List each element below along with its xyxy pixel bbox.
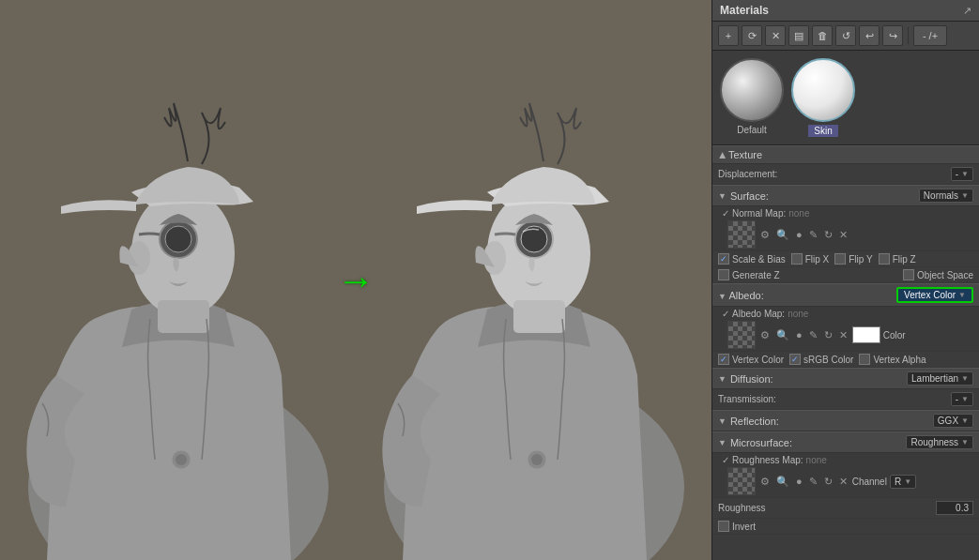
pencil-icon2[interactable]: ✎ bbox=[807, 328, 819, 342]
roughness-label: Roughness bbox=[718, 503, 766, 513]
vertex-color-check[interactable]: Vertex Color bbox=[718, 354, 784, 365]
transmission-label: Transmission: bbox=[718, 394, 776, 404]
flip-x-label: Flip X bbox=[805, 254, 830, 265]
microsurface-section-header[interactable]: ▼ Microsurface: Roughness ▼ bbox=[712, 431, 979, 453]
normals-dropdown[interactable]: Normals ▼ bbox=[919, 189, 973, 203]
albedo-section-header[interactable]: ▼ Albedo: Vertex Color ▼ bbox=[712, 283, 979, 307]
surface-label: Surface: bbox=[730, 190, 769, 202]
brush-icon[interactable]: ● bbox=[794, 228, 804, 241]
roughness-map-icons: ⚙ 🔍 ● ✎ ↻ ✕ Channel R ▼ bbox=[722, 467, 973, 495]
pencil-icon[interactable]: ✎ bbox=[807, 228, 819, 242]
svg-rect-3 bbox=[158, 300, 209, 333]
scale-bias-label: Scale & Bias bbox=[732, 254, 786, 265]
undo-button[interactable]: ↺ bbox=[835, 25, 856, 46]
invert-check[interactable]: Invert bbox=[718, 521, 756, 532]
scale-bias-check[interactable]: Scale & Bias bbox=[718, 253, 786, 265]
reflection-label: Reflection: bbox=[730, 416, 779, 427]
search-icon[interactable]: 🔍 bbox=[774, 228, 791, 242]
vertex-alpha-checkbox[interactable] bbox=[859, 354, 870, 365]
channel-dropdown[interactable]: R ▼ bbox=[890, 475, 916, 489]
brush-icon3[interactable]: ● bbox=[794, 475, 804, 488]
default-label: Default bbox=[737, 125, 767, 135]
channel-label: Channel bbox=[852, 477, 887, 487]
color-swatch[interactable] bbox=[852, 326, 880, 343]
flip-x-check[interactable]: Flip X bbox=[791, 253, 830, 265]
object-space-check[interactable]: Object Space bbox=[903, 269, 973, 280]
brush-icon2[interactable]: ● bbox=[794, 328, 804, 341]
delete-button[interactable]: 🗑 bbox=[812, 25, 833, 46]
albedo-map-row: ✓ Albedo Map: none ⚙ 🔍 ● ✎ ↻ ✕ Color bbox=[712, 307, 979, 352]
svg-point-8 bbox=[176, 454, 187, 465]
panel-scroll[interactable]: ▶ Texture Displacement: - ▼ ▼ Surface: N… bbox=[712, 145, 979, 560]
displacement-label: Displacement: bbox=[718, 169, 777, 179]
reflection-dropdown[interactable]: GGX ▼ bbox=[933, 414, 973, 428]
texture-section-header[interactable]: ▶ Texture bbox=[712, 145, 979, 164]
transmission-dropdown[interactable]: - ▼ bbox=[951, 392, 973, 406]
normal-map-thumb bbox=[727, 220, 756, 249]
search-icon2[interactable]: 🔍 bbox=[774, 328, 791, 342]
normal-map-check: ✓ bbox=[722, 208, 729, 219]
srgb-label: sRGB Color bbox=[803, 355, 853, 365]
invert-label: Invert bbox=[732, 522, 756, 532]
gear-icon[interactable]: ⚙ bbox=[758, 228, 772, 242]
reflection-triangle: ▼ bbox=[718, 416, 727, 426]
arrow-indicator: → bbox=[337, 262, 375, 299]
displacement-dropdown[interactable]: - ▼ bbox=[951, 167, 973, 181]
remove-icon2[interactable]: ✕ bbox=[837, 328, 849, 342]
object-space-label: Object Space bbox=[917, 270, 973, 280]
material-default[interactable]: Default bbox=[720, 58, 784, 137]
remove-icon[interactable]: ✕ bbox=[837, 228, 849, 242]
search-icon3[interactable]: 🔍 bbox=[774, 475, 791, 489]
roughness-input[interactable] bbox=[936, 501, 973, 515]
invert-row: Invert bbox=[712, 519, 979, 535]
vertex-alpha-check[interactable]: Vertex Alpha bbox=[859, 354, 925, 365]
material-skin[interactable]: Skin bbox=[791, 58, 855, 137]
generate-object-row: Generate Z Object Space bbox=[712, 267, 979, 283]
add-material-button[interactable]: + bbox=[718, 25, 739, 46]
reflection-section-header[interactable]: ▼ Reflection: GGX ▼ bbox=[712, 410, 979, 431]
generate-z-check[interactable]: Generate Z bbox=[718, 269, 780, 280]
invert-checkbox[interactable] bbox=[718, 521, 729, 532]
pencil-icon3[interactable]: ✎ bbox=[807, 475, 819, 489]
generate-z-checkbox[interactable] bbox=[718, 269, 729, 280]
vertex-alpha-label: Vertex Alpha bbox=[873, 355, 925, 365]
refresh-button[interactable]: ⟳ bbox=[742, 25, 762, 46]
svg-point-17 bbox=[531, 454, 543, 465]
back-button[interactable]: ↩ bbox=[859, 25, 880, 46]
flip-z-checkbox[interactable] bbox=[879, 253, 890, 265]
flip-z-label: Flip Z bbox=[893, 254, 916, 265]
roughness-map-row: ✓ Roughness Map: none ⚙ 🔍 ● ✎ ↻ ✕ Channe… bbox=[712, 453, 979, 498]
material-previews: Default Skin bbox=[712, 51, 979, 145]
srgb-color-check[interactable]: sRGB Color bbox=[789, 354, 853, 365]
flip-x-checkbox[interactable] bbox=[791, 253, 803, 265]
gear-icon2[interactable]: ⚙ bbox=[758, 328, 772, 342]
transmission-row: Transmission: - ▼ bbox=[712, 389, 979, 410]
scale-button[interactable]: - /+ bbox=[913, 25, 947, 46]
flip-y-check[interactable]: Flip Y bbox=[834, 253, 872, 265]
albedo-dropdown[interactable]: Vertex Color ▼ bbox=[896, 287, 973, 303]
diffusion-section-header[interactable]: ▼ Diffusion: Lambertian ▼ bbox=[712, 368, 979, 389]
roughness-map-check: ✓ bbox=[722, 455, 729, 465]
refresh-icon[interactable]: ↻ bbox=[822, 228, 834, 242]
srgb-color-checkbox[interactable] bbox=[789, 354, 801, 365]
remove-icon3[interactable]: ✕ bbox=[837, 475, 849, 489]
folder-button[interactable]: ▤ bbox=[788, 25, 809, 46]
flip-z-check[interactable]: Flip Z bbox=[879, 253, 916, 265]
gear-icon3[interactable]: ⚙ bbox=[758, 475, 772, 489]
roughness-value-row: Roughness bbox=[712, 498, 979, 519]
scale-bias-checkbox[interactable] bbox=[718, 253, 729, 265]
skin-label: Skin bbox=[808, 125, 837, 137]
expand-icon[interactable]: ↗ bbox=[963, 5, 971, 17]
refresh-icon3[interactable]: ↻ bbox=[822, 475, 834, 489]
refresh-icon2[interactable]: ↻ bbox=[822, 328, 834, 342]
roughness-map-thumb bbox=[727, 467, 756, 495]
cross-button[interactable]: ✕ bbox=[765, 25, 786, 46]
object-space-checkbox[interactable] bbox=[903, 269, 914, 280]
forward-button[interactable]: ↪ bbox=[882, 25, 903, 46]
vertex-color-checkbox[interactable] bbox=[718, 354, 729, 365]
surface-section-header[interactable]: ▼ Surface: Normals ▼ bbox=[712, 185, 979, 206]
flip-y-checkbox[interactable] bbox=[834, 253, 846, 265]
panel-header: Materials ↗ bbox=[712, 0, 979, 22]
diffusion-dropdown[interactable]: Lambertian ▼ bbox=[907, 371, 973, 386]
microsurface-dropdown[interactable]: Roughness ▼ bbox=[906, 435, 973, 449]
